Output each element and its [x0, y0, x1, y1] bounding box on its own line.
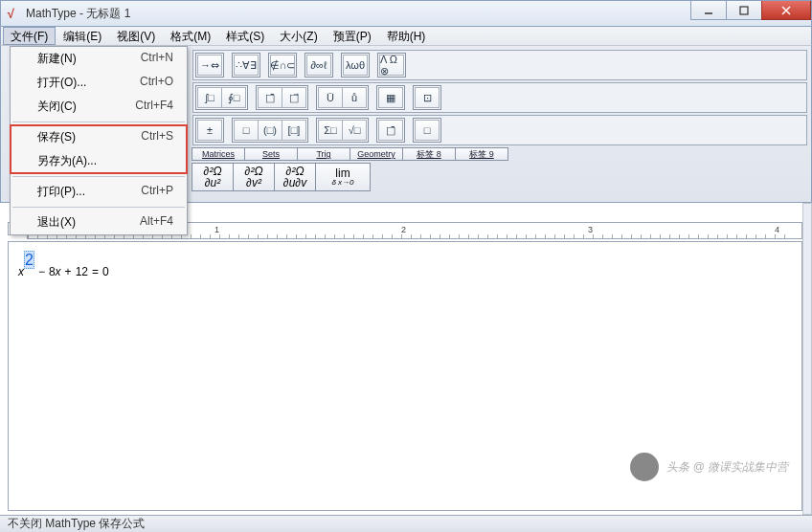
- window-title: MathType - 无标题 1: [26, 6, 130, 22]
- watermark-text: 头条 @ 微课实战集中营: [666, 459, 788, 476]
- limit-button[interactable]: limδ x→0: [315, 163, 371, 191]
- watermark: 头条 @ 微课实战集中营: [630, 453, 788, 481]
- window-controls: [691, 1, 811, 20]
- toolbar-tabs: Matrices Sets Trig Geometry 标签 8 标签 9: [192, 147, 807, 161]
- status-text: 不关闭 MathType 保存公式: [8, 516, 145, 532]
- template-btn[interactable]: ∮□: [221, 87, 246, 108]
- deriv-uv-button[interactable]: ∂²Ω∂u∂v: [274, 163, 316, 191]
- template-btn[interactable]: □: [234, 120, 259, 141]
- menu-separator: [12, 122, 185, 122]
- tab-9[interactable]: 标签 9: [455, 147, 508, 161]
- menu-separator: [12, 176, 185, 177]
- exponent-selected[interactable]: 2: [24, 251, 34, 269]
- menu-edit[interactable]: 编辑(E): [56, 27, 109, 45]
- menu-new[interactable]: 新建(N)Ctrl+N: [11, 47, 187, 71]
- menu-save[interactable]: 保存(S)Ctrl+S: [11, 125, 187, 149]
- template-btn[interactable]: ±: [197, 120, 222, 141]
- template-btn[interactable]: □̄: [258, 87, 282, 108]
- template-btn[interactable]: (□): [258, 120, 282, 141]
- status-bar: 不关闭 MathType 保存公式: [0, 515, 812, 532]
- ruler-mark: 4: [775, 225, 779, 234]
- deriv-vv-button[interactable]: ∂²Ω∂v²: [233, 163, 275, 191]
- symbol-row-3: ± □ (□) [□] Σ□ √□ □̄ □: [192, 115, 807, 145]
- template-btn[interactable]: √□: [342, 120, 367, 141]
- symbol-row-2: ∫□ ∮□ □̄ □⃗ Ū ů ▦ ⊡: [192, 82, 807, 113]
- tab-trig[interactable]: Trig: [297, 147, 350, 161]
- menu-open[interactable]: 打开(O)...Ctrl+O: [11, 71, 187, 95]
- menu-view[interactable]: 视图(V): [109, 27, 163, 45]
- symbol-btn[interactable]: ∴∀∃: [234, 55, 259, 76]
- minimize-button[interactable]: [690, 1, 727, 20]
- template-btn[interactable]: ⊡: [415, 87, 440, 108]
- ruler-mark: 2: [401, 225, 406, 234]
- menu-separator: [12, 207, 185, 208]
- ruler-mark: 1: [214, 225, 219, 234]
- menu-preset[interactable]: 预置(P): [326, 27, 379, 45]
- menu-size[interactable]: 大小(Z): [272, 27, 325, 45]
- symbol-row-1: →⇔ ∴∀∃ ∉∩⊂ ∂∞ℓ λωθ Λ Ω ⊗: [192, 50, 807, 80]
- tab-8[interactable]: 标签 8: [402, 147, 456, 161]
- template-btn[interactable]: ů: [342, 87, 367, 108]
- equation[interactable]: x2−8x+12=0: [18, 250, 109, 282]
- template-btn[interactable]: □: [415, 120, 440, 141]
- menu-style[interactable]: 样式(S): [218, 27, 272, 45]
- window-titlebar: √ MathType - 无标题 1: [0, 0, 812, 27]
- svg-rect-1: [740, 7, 748, 14]
- maximize-button[interactable]: [726, 1, 762, 20]
- file-menu-dropdown: 新建(N)Ctrl+N 打开(O)...Ctrl+O 关闭(C)Ctrl+F4 …: [10, 46, 188, 235]
- symbol-btn[interactable]: λωθ: [343, 55, 368, 76]
- menu-exit[interactable]: 退出(X)Alt+F4: [11, 211, 187, 234]
- menu-help[interactable]: 帮助(H): [379, 27, 434, 45]
- template-btn[interactable]: Ū: [318, 87, 343, 108]
- symbol-btn[interactable]: ∉∩⊂: [270, 55, 295, 76]
- template-btn[interactable]: [□]: [282, 120, 306, 141]
- tab-geometry[interactable]: Geometry: [350, 147, 403, 161]
- avatar-icon: [630, 453, 659, 481]
- app-logo-icon: √: [7, 7, 20, 20]
- symbol-btn[interactable]: ∂∞ℓ: [306, 55, 331, 76]
- tab-sets[interactable]: Sets: [244, 147, 298, 161]
- template-btn[interactable]: □̄: [378, 120, 403, 141]
- symbol-btn[interactable]: →⇔: [197, 55, 222, 76]
- deriv-uu-button[interactable]: ∂²Ω∂u²: [192, 163, 234, 191]
- menubar: 文件(F) 编辑(E) 视图(V) 格式(M) 样式(S) 大小(Z) 预置(P…: [0, 27, 812, 46]
- equation-canvas[interactable]: x2−8x+12=0 头条 @ 微课实战集中营: [8, 241, 802, 511]
- symbol-btn[interactable]: Λ Ω ⊗: [379, 55, 404, 76]
- menu-format[interactable]: 格式(M): [163, 27, 218, 45]
- template-btn[interactable]: ∫□: [197, 87, 222, 108]
- template-btn[interactable]: Σ□: [318, 120, 343, 141]
- menu-print[interactable]: 打印(P)...Ctrl+P: [11, 180, 187, 204]
- menu-close-doc[interactable]: 关闭(C)Ctrl+F4: [11, 95, 187, 119]
- tab-matrices[interactable]: Matrices: [192, 147, 245, 161]
- close-button[interactable]: [761, 1, 811, 20]
- vertical-scrollbar[interactable]: [802, 203, 812, 515]
- menu-save-as[interactable]: 另存为(A)...: [11, 149, 187, 173]
- template-btn[interactable]: ▦: [378, 87, 403, 108]
- derivative-row: ∂²Ω∂u² ∂²Ω∂v² ∂²Ω∂u∂v limδ x→0: [192, 163, 807, 191]
- menu-file[interactable]: 文件(F): [3, 27, 56, 45]
- ruler-mark: 3: [588, 225, 593, 234]
- template-btn[interactable]: □⃗: [282, 87, 306, 108]
